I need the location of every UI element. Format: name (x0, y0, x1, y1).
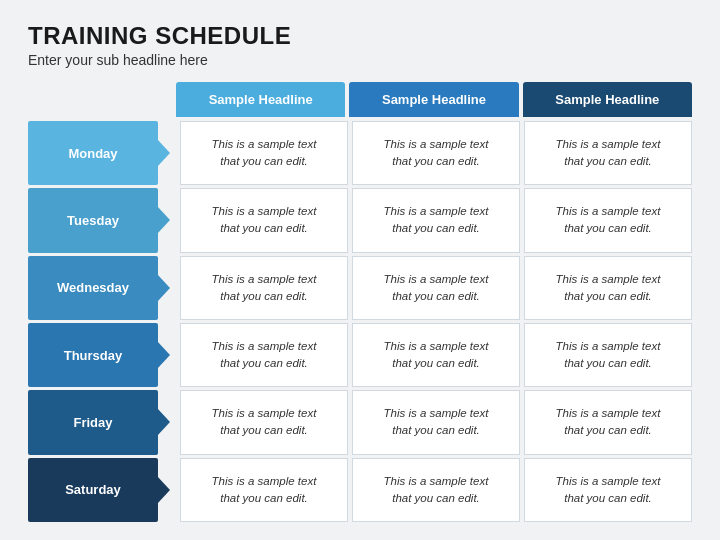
day-label-monday: Monday (28, 121, 158, 185)
content-cell[interactable]: This is a sample textthat you can edit. (524, 323, 692, 387)
content-cell[interactable]: This is a sample textthat you can edit. (352, 323, 520, 387)
content-cell[interactable]: This is a sample textthat you can edit. (524, 256, 692, 320)
day-label-saturday: Saturday (28, 458, 158, 522)
schedule-table: Sample Headline Sample Headline Sample H… (28, 82, 692, 522)
content-cell[interactable]: This is a sample textthat you can edit. (352, 188, 520, 252)
day-cell-wrapper-monday: Monday (28, 121, 176, 185)
day-cell-wrapper-tuesday: Tuesday (28, 188, 176, 252)
header-cell-2: Sample Headline (349, 82, 518, 117)
table-row: Monday This is a sample textthat you can… (28, 121, 692, 185)
content-cell[interactable]: This is a sample textthat you can edit. (352, 390, 520, 454)
day-cell-wrapper-thursday: Thursday (28, 323, 176, 387)
day-label-wednesday: Wednesday (28, 256, 158, 320)
content-cell[interactable]: This is a sample textthat you can edit. (524, 188, 692, 252)
table-row: Saturday This is a sample textthat you c… (28, 458, 692, 522)
content-cell[interactable]: This is a sample textthat you can edit. (352, 121, 520, 185)
header-cell-1: Sample Headline (176, 82, 345, 117)
day-cell-wrapper-wednesday: Wednesday (28, 256, 176, 320)
page: TRAINING SCHEDULE Enter your sub headlin… (0, 0, 720, 540)
data-rows: Monday This is a sample textthat you can… (28, 121, 692, 522)
content-cell[interactable]: This is a sample textthat you can edit. (180, 390, 348, 454)
content-cell[interactable]: This is a sample textthat you can edit. (352, 458, 520, 522)
content-cell[interactable]: This is a sample textthat you can edit. (180, 188, 348, 252)
header-row: Sample Headline Sample Headline Sample H… (176, 82, 692, 117)
page-title: TRAINING SCHEDULE (28, 22, 692, 50)
content-cell[interactable]: This is a sample textthat you can edit. (180, 458, 348, 522)
page-subtitle: Enter your sub headline here (28, 52, 692, 68)
content-cell[interactable]: This is a sample textthat you can edit. (352, 256, 520, 320)
day-label-thursday: Thursday (28, 323, 158, 387)
day-cell-wrapper-saturday: Saturday (28, 458, 176, 522)
day-label-friday: Friday (28, 390, 158, 454)
content-cell[interactable]: This is a sample textthat you can edit. (524, 390, 692, 454)
content-cell[interactable]: This is a sample textthat you can edit. (524, 458, 692, 522)
content-cell[interactable]: This is a sample textthat you can edit. (524, 121, 692, 185)
day-cell-wrapper-friday: Friday (28, 390, 176, 454)
day-label-tuesday: Tuesday (28, 188, 158, 252)
header-cell-3: Sample Headline (523, 82, 692, 117)
content-cell[interactable]: This is a sample textthat you can edit. (180, 121, 348, 185)
table-row: Wednesday This is a sample textthat you … (28, 256, 692, 320)
table-row: Friday This is a sample textthat you can… (28, 390, 692, 454)
table-row: Tuesday This is a sample textthat you ca… (28, 188, 692, 252)
content-cell[interactable]: This is a sample textthat you can edit. (180, 256, 348, 320)
table-row: Thursday This is a sample textthat you c… (28, 323, 692, 387)
content-cell[interactable]: This is a sample textthat you can edit. (180, 323, 348, 387)
